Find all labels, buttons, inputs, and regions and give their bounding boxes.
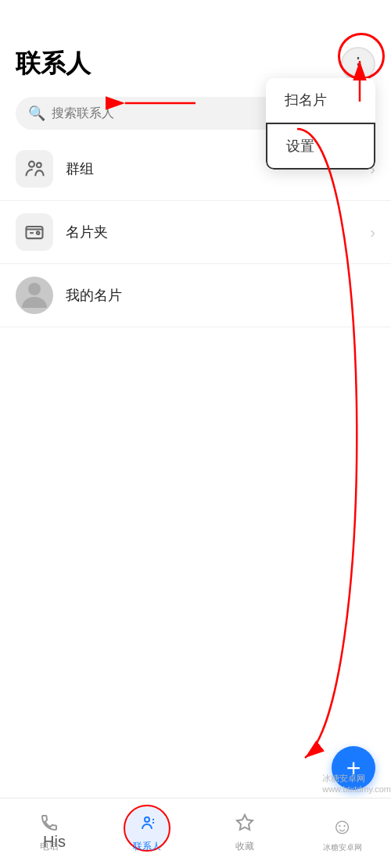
nav-favorites-label: 收藏 — [235, 840, 254, 853]
groups-icon — [23, 158, 45, 180]
svg-point-7 — [145, 817, 149, 822]
more-icon: ⋮ — [350, 54, 368, 74]
watermark: 冰糖安卓网 www.btxtdmy.com — [322, 773, 391, 794]
dropdown-item-settings[interactable]: 设置 — [266, 123, 375, 170]
header: 联系人 ⋮ — [0, 0, 391, 89]
nav-item-favorites[interactable]: 收藏 — [196, 798, 293, 868]
card-folder-icon — [23, 221, 45, 243]
nav-contacts-label: 联系人 — [133, 840, 161, 853]
svg-point-6 — [28, 283, 41, 295]
star-icon — [235, 813, 254, 837]
page-title: 联系人 — [16, 47, 91, 81]
list-item-my-card[interactable]: 我的名片 — [0, 264, 391, 327]
avatar-icon — [16, 277, 53, 314]
svg-marker-8 — [237, 815, 253, 830]
watermark-line2: www.btxtdmy.com — [322, 784, 391, 794]
nav-more-icon: ☺ — [331, 814, 353, 839]
card-folder-label: 名片夹 — [66, 223, 370, 241]
card-folder-chevron: › — [370, 223, 375, 241]
nav-item-contacts[interactable]: 联系人 — [98, 798, 196, 868]
list-item-card-folder[interactable]: 名片夹 › — [0, 201, 391, 264]
contacts-icon — [138, 813, 156, 837]
groups-icon-container — [16, 150, 53, 188]
nav-phone-label: 电话 — [40, 840, 59, 853]
card-folder-icon-container — [16, 213, 53, 251]
dropdown-item-scan[interactable]: 扫名片 — [266, 78, 375, 123]
dropdown-menu: 扫名片 设置 — [266, 78, 375, 170]
watermark-line1: 冰糖安卓网 — [322, 773, 391, 784]
search-icon: 🔍 — [28, 105, 45, 122]
more-button[interactable]: ⋮ — [341, 47, 375, 81]
avatar-svg — [16, 277, 53, 314]
nav-more-label: 冰糖安卓网 — [323, 842, 362, 853]
my-card-label: 我的名片 — [66, 286, 375, 305]
svg-point-2 — [29, 162, 34, 167]
nav-item-more[interactable]: ☺ 冰糖安卓网 — [293, 798, 391, 868]
svg-point-5 — [37, 231, 40, 234]
svg-point-3 — [37, 163, 41, 167]
phone-icon — [40, 813, 59, 837]
